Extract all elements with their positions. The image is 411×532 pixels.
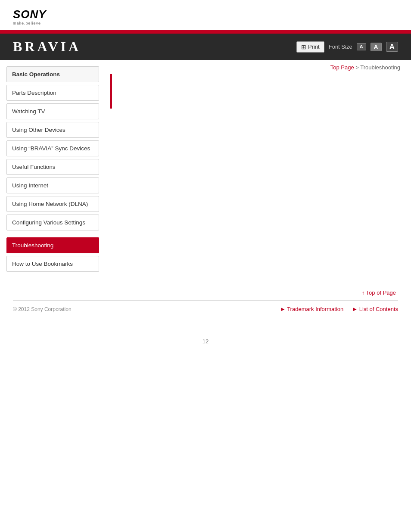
breadcrumb-top-page[interactable]: Top Page: [330, 64, 354, 71]
sidebar-item-how-to-use-bookmarks[interactable]: How to Use Bookmarks: [6, 256, 99, 272]
sidebar-item-basic-operations[interactable]: Basic Operations: [6, 66, 99, 82]
breadcrumb-current: Troubleshooting: [360, 64, 400, 71]
print-icon: ⊞: [301, 44, 306, 50]
sidebar-item-using-home-network[interactable]: Using Home Network (DLNA): [6, 196, 99, 212]
copyright-text: © 2012 Sony Corporation: [13, 306, 72, 312]
footer-link-trademark[interactable]: ► Trademark Information: [280, 306, 343, 312]
breadcrumb-separator: >: [355, 64, 360, 71]
sony-logo: SONY make.believe: [13, 8, 47, 25]
sidebar: Basic OperationsParts DescriptionWatchin…: [0, 60, 106, 281]
sony-brand-text: SONY: [13, 8, 47, 21]
content-line: [116, 76, 402, 76]
sidebar-spacer: [6, 233, 99, 237]
bravia-controls: ⊞ Print Font Size A A A: [296, 41, 398, 53]
content-separator: [110, 74, 402, 109]
page-number: 12: [0, 338, 411, 345]
bravia-title: BRAVIA: [13, 39, 81, 55]
sidebar-item-using-other-devices[interactable]: Using Other Devices: [6, 122, 99, 138]
top-of-page-anchor[interactable]: ↑ Top of Page: [362, 289, 396, 296]
font-size-small-button[interactable]: A: [357, 43, 366, 50]
sidebar-item-configuring-settings[interactable]: Configuring Various Settings: [6, 215, 99, 230]
sidebar-item-using-internet[interactable]: Using Internet: [6, 177, 99, 193]
footer-link-list-of-contents[interactable]: ► List of Contents: [352, 306, 398, 312]
sidebar-item-using-bravia-sync[interactable]: Using “BRAVIA” Sync Devices: [6, 140, 99, 156]
bravia-header-bar: BRAVIA ⊞ Print Font Size A A A: [0, 34, 411, 60]
main-content: Basic OperationsParts DescriptionWatchin…: [0, 60, 411, 281]
content-area: Top Page > Troubleshooting: [106, 60, 411, 281]
sidebar-item-useful-functions[interactable]: Useful Functions: [6, 159, 99, 175]
footer-bottom: © 2012 Sony Corporation ► Trademark Info…: [13, 300, 398, 312]
red-accent-bar: [110, 74, 112, 109]
top-red-bar: [0, 30, 411, 34]
footer-links: ► Trademark Information► List of Content…: [280, 306, 398, 312]
top-of-page-link[interactable]: ↑ Top of Page: [13, 289, 398, 296]
print-button[interactable]: ⊞ Print: [296, 41, 324, 53]
font-size-label: Font Size: [329, 44, 352, 50]
sidebar-item-parts-description[interactable]: Parts Description: [6, 85, 99, 101]
footer: ↑ Top of Page © 2012 Sony Corporation ► …: [0, 281, 411, 325]
print-label: Print: [308, 44, 320, 50]
sidebar-item-watching-tv[interactable]: Watching TV: [6, 103, 99, 119]
sony-tagline: make.believe: [13, 21, 47, 25]
font-size-large-button[interactable]: A: [386, 42, 398, 52]
sidebar-item-troubleshooting[interactable]: Troubleshooting: [6, 237, 99, 253]
font-size-medium-button[interactable]: A: [371, 43, 382, 51]
breadcrumb: Top Page > Troubleshooting: [110, 64, 402, 71]
logo-bar: SONY make.believe: [0, 0, 411, 30]
